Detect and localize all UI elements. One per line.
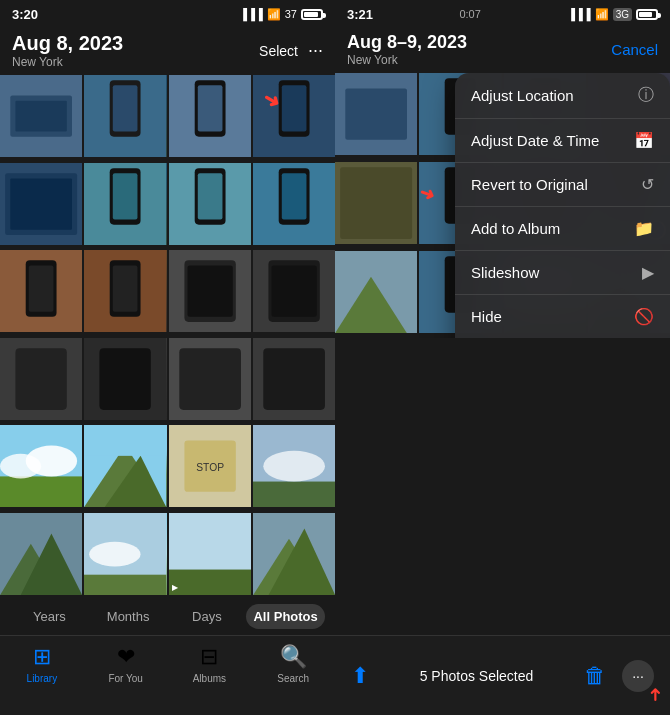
- svg-rect-14: [10, 178, 72, 229]
- photos-selected-group: 5 Photos Selected: [420, 668, 534, 684]
- battery-num-left: 37: [285, 8, 297, 20]
- photo-cell[interactable]: [253, 163, 335, 245]
- menu-slideshow[interactable]: Slideshow ▶: [455, 251, 670, 295]
- photo-cell-right[interactable]: [335, 73, 417, 155]
- svg-rect-8: [197, 85, 222, 131]
- status-icons-left: ▐▐▐ 📶 37: [239, 8, 323, 21]
- status-icons-right: ▐▐▐ 📶 3G: [567, 8, 658, 21]
- tab-for-you[interactable]: ❤ For You: [84, 644, 168, 684]
- photo-cell[interactable]: [253, 75, 335, 157]
- photo-cell[interactable]: [84, 513, 166, 595]
- search-icon: 🔍: [280, 644, 307, 670]
- wifi-icon-left: 📶: [267, 8, 281, 21]
- menu-slideshow-icon: ▶: [642, 263, 654, 282]
- photo-cell-right[interactable]: [335, 162, 417, 244]
- left-panel: 3:20 ▐▐▐ 📶 37 Aug 8, 2023 New York Selec…: [0, 0, 335, 715]
- svg-rect-78: [340, 167, 412, 239]
- filter-years[interactable]: Years: [10, 604, 89, 629]
- photo-cell[interactable]: [84, 163, 166, 245]
- right-location: New York: [347, 53, 467, 67]
- tab-bar-left: ⊞ Library ❤ For You ⊟ Albums 🔍 Search: [0, 635, 335, 715]
- photo-cell[interactable]: [0, 338, 82, 420]
- right-date-title: Aug 8–9, 2023: [347, 32, 467, 53]
- tab-search[interactable]: 🔍 Search: [251, 644, 335, 684]
- cancel-button[interactable]: Cancel: [611, 41, 658, 58]
- menu-add-album[interactable]: Add to Album 📁: [455, 207, 670, 251]
- svg-rect-29: [113, 265, 138, 311]
- library-icon: ⊞: [33, 644, 51, 670]
- delete-button[interactable]: 🗑: [584, 663, 606, 689]
- photo-cell[interactable]: [84, 250, 166, 332]
- svg-point-63: [89, 541, 140, 566]
- menu-hide[interactable]: Hide 🚫: [455, 295, 670, 338]
- svg-rect-17: [113, 173, 138, 219]
- tab-library[interactable]: ⊞ Library: [0, 644, 84, 684]
- photo-cell[interactable]: [0, 163, 82, 245]
- photo-cell[interactable]: ▶: [169, 513, 251, 595]
- photo-cell[interactable]: [169, 163, 251, 245]
- menu-revert-original[interactable]: Revert to Original ↺: [455, 163, 670, 207]
- signal-icon-right: ▐▐▐: [567, 8, 590, 20]
- right-photo-area: ✓ ✓ ✓ ✓ ✓: [335, 73, 670, 338]
- right-panel: 3:21 0:07 ▐▐▐ 📶 3G Aug 8–9, 2023 New Yor…: [335, 0, 670, 715]
- photo-cell[interactable]: [253, 338, 335, 420]
- photo-cell[interactable]: STOP: [169, 425, 251, 507]
- menu-adjust-datetime[interactable]: Adjust Date & Time 📅: [455, 119, 670, 163]
- photo-cell-right[interactable]: [335, 251, 417, 333]
- select-button[interactable]: Select: [259, 43, 298, 59]
- photo-cell[interactable]: [169, 338, 251, 420]
- photo-cell[interactable]: [0, 425, 82, 507]
- photo-cell[interactable]: [253, 425, 335, 507]
- svg-point-47: [26, 446, 77, 477]
- photo-cell[interactable]: [169, 250, 251, 332]
- battery-icon-left: [301, 9, 323, 20]
- bottom-action-icons: 🗑 ···: [584, 660, 654, 692]
- video-badge: ▶: [172, 583, 178, 592]
- left-date-group: Aug 8, 2023 New York: [12, 32, 123, 69]
- status-bar-left: 3:20 ▐▐▐ 📶 37: [0, 0, 335, 28]
- photo-cell[interactable]: [84, 425, 166, 507]
- svg-rect-32: [187, 265, 232, 316]
- tab-search-label: Search: [277, 673, 309, 684]
- signal-icon-left: ▐▐▐: [239, 8, 262, 20]
- menu-slideshow-label: Slideshow: [471, 264, 539, 281]
- more-button-left[interactable]: ···: [308, 40, 323, 61]
- photo-cell[interactable]: [0, 513, 82, 595]
- photo-cell[interactable]: [253, 250, 335, 332]
- menu-adjust-location[interactable]: Adjust Location ⓘ: [455, 73, 670, 119]
- filter-bar: Years Months Days All Photos: [0, 598, 335, 635]
- svg-rect-70: [345, 88, 407, 139]
- photo-cell[interactable]: [0, 250, 82, 332]
- menu-revert-label: Revert to Original: [471, 176, 588, 193]
- photo-cell[interactable]: [84, 75, 166, 157]
- photo-cell[interactable]: [84, 338, 166, 420]
- left-location: New York: [12, 55, 123, 69]
- menu-adjust-datetime-label: Adjust Date & Time: [471, 132, 599, 149]
- tab-albums[interactable]: ⊟ Albums: [168, 644, 252, 684]
- svg-rect-23: [282, 173, 307, 219]
- svg-rect-5: [113, 85, 138, 131]
- svg-rect-20: [197, 173, 222, 219]
- share-button[interactable]: ⬆: [351, 663, 369, 689]
- svg-rect-56: [253, 482, 335, 508]
- photo-cell[interactable]: [253, 513, 335, 595]
- menu-add-album-label: Add to Album: [471, 220, 560, 237]
- tab-albums-label: Albums: [193, 673, 226, 684]
- more-options-button[interactable]: ···: [622, 660, 654, 692]
- svg-rect-41: [179, 348, 241, 410]
- photo-cell[interactable]: [0, 75, 82, 157]
- svg-rect-11: [282, 85, 307, 131]
- filter-months[interactable]: Months: [89, 604, 168, 629]
- left-header-buttons: Select ···: [259, 40, 323, 61]
- right-header: Aug 8–9, 2023 New York Cancel: [335, 28, 670, 73]
- svg-rect-62: [84, 574, 166, 595]
- filter-days[interactable]: Days: [168, 604, 247, 629]
- menu-hide-icon: 🚫: [634, 307, 654, 326]
- menu-hide-label: Hide: [471, 308, 502, 325]
- photo-grid-left: STOP ▶: [0, 75, 335, 598]
- menu-revert-icon: ↺: [641, 175, 654, 194]
- tab-library-label: Library: [27, 673, 58, 684]
- filter-all-photos[interactable]: All Photos: [246, 604, 325, 629]
- wifi-icon-right: 📶: [595, 8, 609, 21]
- photo-cell[interactable]: [169, 75, 251, 157]
